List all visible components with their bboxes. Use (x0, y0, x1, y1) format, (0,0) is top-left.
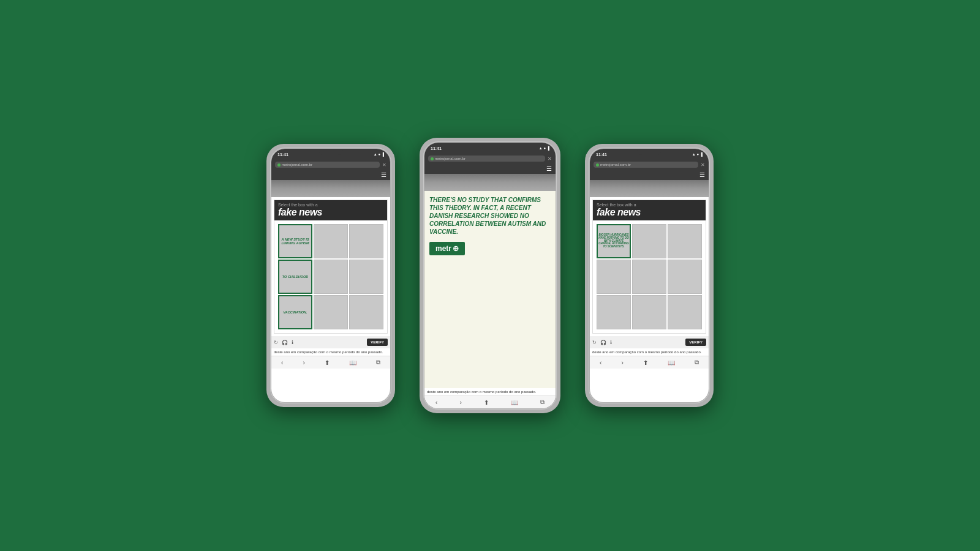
browser-bar-left: metrojornal.com.br ✕ (271, 160, 390, 170)
hamburger-bar-left: ☰ (271, 170, 390, 180)
hamburger-icon-middle[interactable]: ☰ (546, 165, 552, 172)
tabs-icon-middle[interactable]: ⧉ (540, 399, 545, 406)
grid-cell-text-3: TO CHILDHOOD (282, 274, 309, 279)
captcha-grid-right[interactable]: BIGGER HURRICANES HAVE NOTHING TO DO WIT… (597, 224, 702, 329)
phone-middle: 11:41 ▲ ● ▐ metrojornal.com.br ✕ ☰ THERE… (420, 138, 560, 413)
captcha-box-right: Select the box with a fake news BIGGER H… (592, 200, 706, 334)
article-view: THERE'S NO STUDY THAT CONFIRMS THIS THEO… (424, 191, 556, 388)
tabs-icon-left[interactable]: ⧉ (376, 359, 380, 366)
back-icon-left[interactable]: ‹ (281, 359, 283, 366)
captcha-grid-left[interactable]: A NEW STUDY IS LINKING AUTISM TO CHILDHO… (278, 224, 383, 329)
hamburger-bar-right: ☰ (590, 170, 709, 180)
grid-cell-6[interactable]: VACCINATION. (278, 295, 312, 329)
grid-cell-r1[interactable] (632, 224, 666, 258)
grid-cell-r8[interactable] (668, 295, 702, 329)
verify-button-left[interactable]: VERIFY (367, 339, 388, 346)
secure-icon-right (596, 163, 599, 167)
footer-icons-left: ↻ 🎧 ℹ (274, 340, 293, 345)
grid-cell-r2[interactable] (668, 224, 702, 258)
grid-cell-5[interactable] (349, 260, 383, 294)
bottom-text-middle: deste ano em comparação com o mesmo perí… (424, 388, 556, 395)
grid-cell-text-r0: BIGGER HURRICANES HAVE NOTHING TO DO WIT… (598, 233, 630, 250)
grid-cell-r5[interactable] (668, 260, 702, 294)
close-button-middle[interactable]: ✕ (548, 156, 552, 162)
grid-cell-0[interactable]: A NEW STUDY IS LINKING AUTISM (278, 224, 312, 258)
grid-cell-8[interactable] (349, 295, 383, 329)
forward-icon-left[interactable]: › (303, 359, 304, 366)
info-icon-right[interactable]: ℹ (610, 340, 612, 345)
captcha-box-left: Select the box with a fake news A NEW ST… (274, 200, 388, 334)
grid-cell-r3[interactable] (597, 260, 631, 294)
audio-icon-right[interactable]: 🎧 (600, 340, 606, 345)
photo-strip-right (590, 180, 709, 197)
audio-icon-left[interactable]: 🎧 (282, 340, 288, 345)
status-icons-right: ▲ ● ▐ (692, 152, 703, 156)
photo-strip-middle (424, 174, 556, 191)
grid-cell-r0[interactable]: BIGGER HURRICANES HAVE NOTHING TO DO WIT… (597, 224, 631, 258)
back-icon-middle[interactable]: ‹ (435, 399, 437, 406)
secure-icon-middle (431, 157, 434, 160)
refresh-icon-right[interactable]: ↻ (592, 340, 597, 345)
share-icon-left[interactable]: ⬆ (325, 359, 330, 366)
grid-cell-r7[interactable] (632, 295, 666, 329)
metro-logo: metr⊕ (429, 242, 465, 255)
grid-cell-2[interactable] (349, 224, 383, 258)
bookmarks-icon-middle[interactable]: 📖 (511, 399, 518, 406)
bottom-text-left: deste ano em comparação com o mesmo perí… (271, 348, 390, 356)
hamburger-bar-middle: ☰ (424, 163, 556, 174)
browser-bar-middle: metrojornal.com.br ✕ (424, 154, 556, 163)
status-time-left: 11:41 (277, 152, 288, 157)
captcha-fake-news-right: fake news (597, 207, 641, 217)
article-main-text: THERE'S NO STUDY THAT CONFIRMS THIS THEO… (429, 196, 551, 236)
notch-left (318, 149, 343, 155)
grid-cell-7[interactable] (314, 295, 348, 329)
photo-strip-left (271, 180, 390, 197)
grid-cell-r6[interactable] (597, 295, 631, 329)
info-icon-left[interactable]: ℹ (292, 340, 293, 345)
secure-icon-left (277, 163, 281, 167)
share-icon-right[interactable]: ⬆ (643, 359, 648, 366)
grid-cell-text-6: VACCINATION. (283, 310, 308, 315)
forward-icon-right[interactable]: › (621, 359, 623, 366)
captcha-select-text-left: Select the box with a (278, 203, 383, 207)
captcha-header-right: Select the box with a fake news (593, 200, 706, 220)
grid-cell-3[interactable]: TO CHILDHOOD (278, 260, 312, 294)
browser-nav-middle: ‹ › ⬆ 📖 ⧉ (424, 395, 556, 408)
hamburger-icon-right[interactable]: ☰ (699, 171, 705, 178)
bottom-text-right: deste ano em comparação com o mesmo perí… (590, 348, 709, 356)
url-bar-middle[interactable]: metrojornal.com.br (428, 156, 545, 162)
browser-nav-left: ‹ › ⬆ 📖 ⧉ (271, 356, 390, 369)
grid-cell-text-0: A NEW STUDY IS LINKING AUTISM (279, 237, 311, 246)
back-icon-right[interactable]: ‹ (600, 359, 601, 366)
url-bar-right[interactable]: metrojornal.com.br (594, 162, 698, 168)
close-button-left[interactable]: ✕ (382, 162, 386, 168)
browser-nav-right: ‹ › ⬆ 📖 ⧉ (590, 356, 709, 369)
tabs-icon-right[interactable]: ⧉ (695, 359, 699, 366)
status-icons-middle: ▲ ● ▐ (539, 146, 549, 150)
share-icon-middle[interactable]: ⬆ (484, 399, 489, 406)
status-time-middle: 11:41 (431, 146, 442, 151)
footer-icons-right: ↻ 🎧 ℹ (592, 340, 612, 345)
metro-text: metr (435, 244, 451, 253)
url-text-right: metrojornal.com.br (600, 163, 631, 167)
grid-cell-1[interactable] (314, 224, 348, 258)
url-bar-left[interactable]: metrojornal.com.br (275, 162, 380, 168)
captcha-footer-left: ↻ 🎧 ℹ VERIFY (271, 336, 390, 348)
verify-button-right[interactable]: VERIFY (685, 339, 706, 346)
status-icons-left: ▲ ● ▐ (374, 152, 384, 156)
notch-middle (478, 143, 502, 149)
captcha-fake-news-left: fake news (278, 207, 322, 217)
grid-cell-r4[interactable] (632, 260, 666, 294)
forward-icon-middle[interactable]: › (459, 399, 461, 406)
metro-globe-icon: ⊕ (453, 244, 459, 253)
captcha-select-text-right: Select the box with a (597, 203, 702, 207)
bookmarks-icon-left[interactable]: 📖 (349, 359, 356, 366)
hamburger-icon-left[interactable]: ☰ (381, 171, 386, 178)
bookmarks-icon-right[interactable]: 📖 (668, 359, 675, 366)
status-time-right: 11:41 (596, 152, 607, 157)
browser-bar-right: metrojornal.com.br ✕ (590, 160, 709, 170)
grid-cell-4[interactable] (314, 260, 348, 294)
refresh-icon-left[interactable]: ↻ (274, 340, 278, 345)
close-button-right[interactable]: ✕ (701, 162, 705, 168)
phone-right: 11:41 ▲ ● ▐ metrojornal.com.br ✕ ☰ Selec… (585, 144, 714, 407)
